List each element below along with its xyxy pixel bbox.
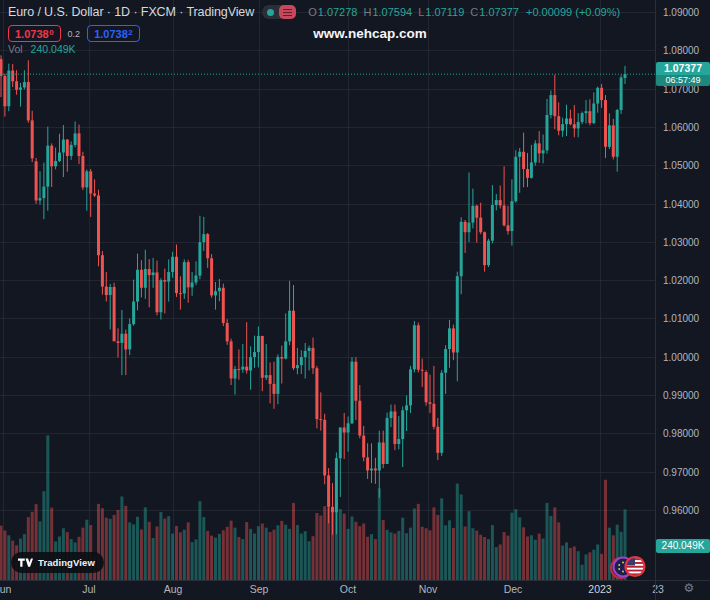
svg-text:Oct: Oct (340, 583, 356, 595)
candlestick-chart[interactable]: 1.090001.080001.070001.060001.050001.040… (0, 0, 710, 600)
svg-text:Aug: Aug (164, 583, 183, 595)
svg-text:1.09000: 1.09000 (663, 7, 700, 18)
bid-ask-panel: 1.07380 0.2 1.07382 (8, 25, 140, 42)
svg-text:1.00000: 1.00000 (663, 352, 700, 363)
svg-text:1.03000: 1.03000 (663, 237, 700, 248)
bar-countdown: 06:57:49 (656, 75, 710, 86)
visible-dot-icon (267, 9, 274, 16)
tradingview-logo-button[interactable]: TradingView (11, 552, 104, 573)
spread-value: 0.2 (68, 29, 81, 39)
svg-text:0.97000: 0.97000 (663, 467, 700, 478)
close-label: C (470, 6, 478, 18)
svg-text:Dec: Dec (504, 583, 523, 595)
open-label: O (308, 6, 317, 18)
source-visibility-toggle[interactable] (262, 5, 296, 19)
svg-text:1.08000: 1.08000 (663, 45, 700, 56)
high-value: 1.07594 (372, 6, 412, 18)
economic-events-marker[interactable] (606, 552, 648, 586)
last-price-label: 1.07377 06:57:49 (656, 62, 710, 86)
svg-text:23: 23 (652, 583, 664, 595)
chart-legend: Euro / U.S. Dollar · 1D · FXCM · Trading… (8, 5, 620, 19)
svg-text:Sep: Sep (250, 583, 269, 595)
svg-text:0.96000: 0.96000 (663, 505, 700, 516)
close-value: 1.07377 (479, 6, 519, 18)
svg-text:1.04000: 1.04000 (663, 199, 700, 210)
watermark-text: www.nehcap.com (313, 26, 427, 41)
ohlc-values: O1.07278 H1.07594 L1.07119 C1.07377 +0.0… (308, 6, 620, 18)
last-price-value: 1.07377 (656, 62, 710, 75)
volume-legend: Vol 240.049K (8, 43, 76, 55)
svg-text:1.05000: 1.05000 (663, 160, 700, 171)
svg-text:1.06000: 1.06000 (663, 122, 700, 133)
svg-text:1.01000: 1.01000 (663, 313, 700, 324)
legend-menu-icon[interactable] (279, 5, 296, 19)
axis-settings-gear-icon[interactable]: ⚙ (681, 580, 697, 596)
svg-text:Nov: Nov (419, 583, 438, 595)
us-flag-icon (625, 557, 645, 576)
svg-text:0.98000: 0.98000 (663, 428, 700, 439)
svg-text:Jul: Jul (82, 583, 95, 595)
tradingview-chart-window: 1.090001.080001.070001.060001.050001.040… (0, 0, 710, 600)
low-value: 1.07119 (425, 6, 464, 18)
buy-button[interactable]: 1.07382 (87, 25, 140, 42)
high-label: H (363, 6, 371, 18)
change-value: +0.00099 (+0.09%) (526, 6, 620, 18)
vol-value: 240.049K (31, 43, 76, 55)
svg-text:Jun: Jun (0, 583, 12, 595)
symbol-title[interactable]: Euro / U.S. Dollar · 1D · FXCM · Trading… (8, 5, 254, 19)
open-value: 1.07278 (318, 6, 358, 18)
tradingview-icon (18, 557, 33, 568)
svg-text:1.02000: 1.02000 (663, 275, 700, 286)
vol-label: Vol (8, 43, 23, 55)
low-label: L (418, 6, 424, 18)
tradingview-label: TradingView (38, 557, 95, 568)
volume-axis-label: 240.049K (656, 539, 710, 553)
svg-text:0.99000: 0.99000 (663, 390, 700, 401)
sell-button[interactable]: 1.07380 (8, 25, 61, 42)
